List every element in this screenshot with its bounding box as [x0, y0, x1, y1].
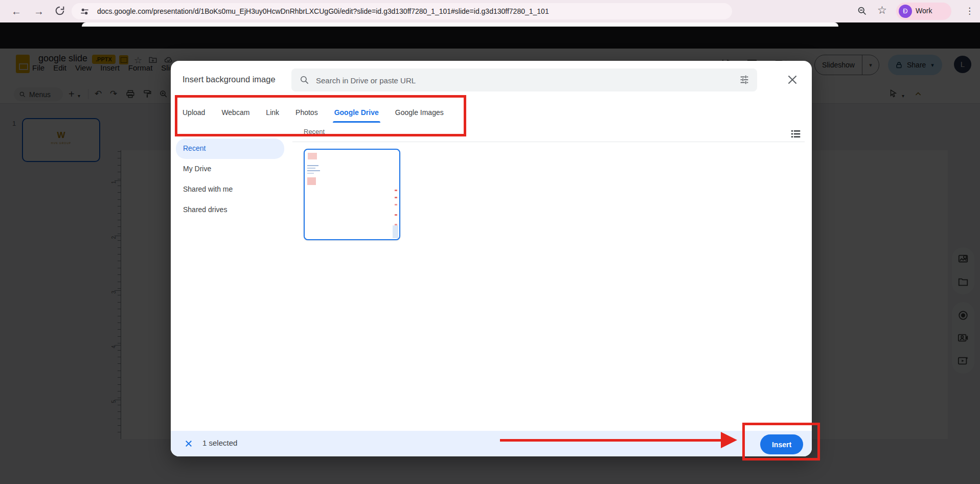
- filter-tune-icon[interactable]: [739, 74, 750, 85]
- sidebar-item-shared-with-me[interactable]: Shared with me: [176, 179, 284, 200]
- url-bar[interactable]: docs.google.com/presentation/d/1BoKs0mu_…: [72, 3, 732, 19]
- page-top-edge: [82, 22, 838, 27]
- back-icon[interactable]: ←: [11, 5, 21, 17]
- bookmark-star-icon[interactable]: ☆: [877, 4, 887, 16]
- dialog-footer: 1 selected: [171, 431, 812, 456]
- list-view-icon[interactable]: [790, 129, 801, 139]
- clear-selection-icon[interactable]: [184, 439, 193, 448]
- search-icon: [300, 75, 309, 85]
- thumbnail-content-block: [393, 225, 398, 238]
- site-info-icon[interactable]: [80, 7, 89, 16]
- thumbnail-content-mark: [395, 190, 397, 191]
- sidebar-item-shared-drives[interactable]: Shared drives: [176, 200, 284, 220]
- dialog-sidebar: Recent My Drive Shared with me Shared dr…: [176, 139, 284, 220]
- profile-label: Work: [916, 7, 932, 15]
- zoom-indicator-icon[interactable]: [857, 6, 868, 16]
- thumbnail-content-line: [307, 165, 318, 166]
- sidebar-item-my-drive[interactable]: My Drive: [176, 159, 284, 179]
- selection-status: 1 selected: [202, 439, 237, 447]
- thumbnail-content-block: [308, 153, 317, 159]
- annotation-box-tabs: [175, 95, 466, 136]
- dialog-title: Insert background image: [183, 75, 276, 84]
- forward-icon[interactable]: →: [34, 5, 44, 17]
- search-input[interactable]: [315, 68, 721, 93]
- annotation-arrow-head: [721, 432, 737, 448]
- browser-menu-icon[interactable]: ⋮: [965, 6, 974, 16]
- url-text[interactable]: docs.google.com/presentation/d/1BoKs0mu_…: [97, 7, 549, 15]
- thumbnail-content-line: [307, 173, 314, 174]
- file-thumbnail-selected[interactable]: [304, 149, 400, 240]
- annotation-box-insert: [742, 423, 820, 460]
- reload-icon[interactable]: [54, 5, 65, 16]
- thumbnail-content-line: [307, 168, 315, 169]
- dialog-search-bar[interactable]: [291, 68, 757, 91]
- annotation-arrow-line: [500, 439, 723, 442]
- close-icon[interactable]: [786, 73, 799, 86]
- screen: ← → docs.google.com/presentation/d/1BoKs…: [0, 0, 980, 484]
- browser-profile-chip[interactable]: Đ Work: [896, 3, 951, 20]
- thumbnail-content-mark: [395, 197, 397, 198]
- browser-toolbar: ← → docs.google.com/presentation/d/1BoKs…: [0, 0, 980, 22]
- thumbnail-content-block: [307, 177, 316, 185]
- profile-avatar: Đ: [899, 5, 912, 18]
- thumbnail-content-mark: [395, 204, 397, 205]
- sidebar-item-recent[interactable]: Recent: [176, 139, 284, 159]
- thumbnail-content-line: [307, 170, 320, 171]
- content-divider: [292, 142, 805, 142]
- thumbnail-content-mark: [395, 214, 397, 216]
